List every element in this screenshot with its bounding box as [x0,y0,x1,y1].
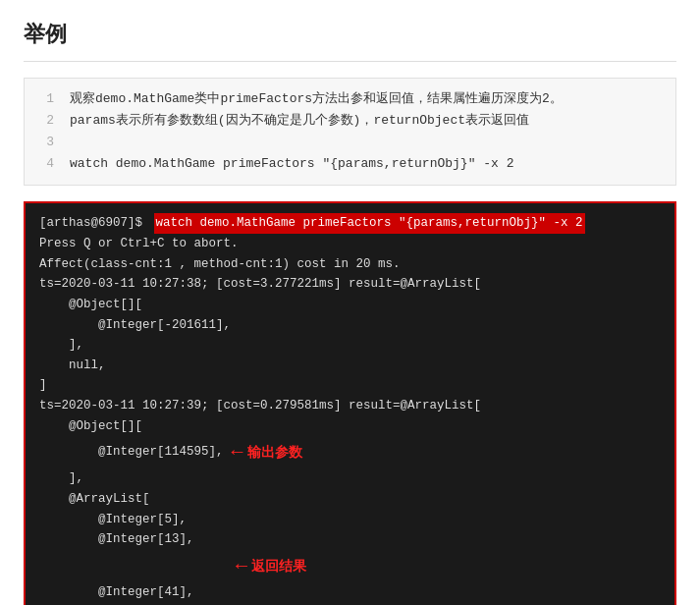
terminal-line-5: @Integer[-201611], [39,315,661,336]
terminal-line-2: Affect(class-cnt:1 , method-cnt:1) cost … [39,254,661,275]
code-example-block: 1 观察demo.MathGame类中primeFactors方法出参和返回值，… [24,78,676,186]
terminal-line-14: @Integer[5], [39,510,661,530]
terminal-line-7: null, [39,356,661,376]
prompt-dollar [142,213,150,234]
arrow-output-icon: ← [232,436,243,468]
terminal-prompt-line: [arthas@6907]$ watch demo.MathGame prime… [39,213,661,234]
terminal-line-12: ], [39,468,661,489]
terminal-annotation-return-line: ← 返回结果 [39,550,661,582]
code-line-3: 3 [40,132,660,153]
terminal-line-8: ] [39,375,661,396]
terminal-block: [arthas@6907]$ watch demo.MathGame prime… [24,201,676,605]
terminal-command: watch demo.MathGame primeFactors "{param… [154,213,585,234]
terminal-line-1: Press Q or Ctrl+C to abort. [39,234,661,254]
terminal-line-13: @ArrayList[ [39,489,661,510]
terminal-line-3: ts=2020-03-11 10:27:38; [cost=3.277221ms… [39,274,661,295]
annotation-output-label: 输出参数 [247,441,302,464]
terminal-annotation-output-line: @Integer[114595], ← 输出参数 [39,436,661,468]
code-line-4: 4 watch demo.MathGame primeFactors "{par… [40,153,660,175]
annotation-return-label: 返回结果 [251,555,306,578]
section-title: 举例 [24,20,676,49]
terminal-line-4: @Object[][ [39,295,661,315]
arrow-return-icon: ← [236,550,247,582]
terminal-line-11-text: @Integer[114595], [39,442,224,463]
code-line-2: 2 params表示所有参数数组(因为不确定是几个参数)，returnObjec… [40,110,660,132]
code-line-1: 1 观察demo.MathGame类中primeFactors方法出参和返回值，… [40,88,660,110]
terminal-line-16-spacer [39,556,236,577]
terminal-line-9: ts=2020-03-11 10:27:39; [cost=0.279581ms… [39,396,661,416]
divider [24,61,676,62]
terminal-line-10: @Object[][ [39,416,661,437]
prompt-bracket: [arthas@6907]$ [39,213,142,234]
terminal-line-15: @Integer[13], [39,529,661,550]
terminal-line-6: ], [39,335,661,356]
terminal-line-17: @Integer[41], [39,582,661,603]
